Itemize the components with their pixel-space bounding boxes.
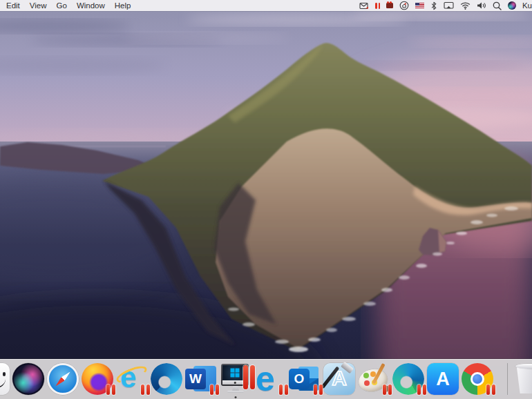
parallels-pause-badge	[383, 385, 392, 395]
spotlight-icon[interactable]	[490, 0, 505, 11]
trash-icon	[515, 363, 532, 393]
wallpaper-catalina-island	[0, 0, 532, 399]
wifi-icon[interactable]	[457, 0, 474, 11]
parallels-pause-icon[interactable]	[372, 0, 383, 11]
parallels-pause-badge	[106, 385, 115, 395]
menu-bar: Edit View Go Window Help	[0, 0, 532, 11]
dock-item-finder[interactable]	[0, 363, 10, 395]
dock-item-internet-explorer[interactable]: e	[116, 363, 148, 395]
menu-window[interactable]: Window	[72, 0, 110, 11]
dock-item-edge[interactable]	[151, 363, 182, 395]
parallels-pause-badge	[417, 385, 426, 395]
us-flag-input-icon[interactable]	[412, 0, 428, 11]
parallels-pause-badge	[314, 385, 323, 395]
volume-icon[interactable]	[474, 0, 490, 11]
screen-mirroring-icon[interactable]	[441, 0, 457, 11]
desktop: Edit View Go Window Help	[0, 0, 532, 399]
dock-item-firefox[interactable]	[82, 363, 113, 395]
mail-icon[interactable]	[356, 0, 372, 11]
dock-item-trash[interactable]	[508, 363, 532, 395]
parallels-pause-badge	[141, 385, 150, 395]
dock: e W e	[0, 359, 532, 399]
home-icon[interactable]	[397, 0, 412, 11]
dock-item-safari[interactable]	[47, 363, 79, 395]
menu-go[interactable]: Go	[52, 0, 72, 11]
app-store-icon: A	[427, 363, 459, 395]
parallels-pause-badge	[243, 365, 255, 389]
bluetooth-icon[interactable]	[428, 0, 441, 11]
siri-orb-icon	[12, 363, 44, 395]
menu-view[interactable]: View	[25, 0, 52, 11]
dock-item-edge-beta[interactable]	[392, 363, 424, 395]
dock-item-paint[interactable]	[358, 363, 390, 395]
running-indicator-dot	[235, 396, 237, 398]
dock-item-windows-vm[interactable]	[220, 363, 251, 395]
edge-icon	[151, 363, 182, 395]
menu-help[interactable]: Help	[110, 0, 136, 11]
menu-edit[interactable]: Edit	[1, 0, 25, 11]
dock-item-xcode[interactable]: A	[323, 363, 355, 395]
dock-item-edge-legacy[interactable]: e	[254, 363, 286, 395]
siri-icon[interactable]	[505, 0, 520, 11]
user-name[interactable]: Ku	[520, 1, 532, 10]
safari-compass-icon	[47, 363, 79, 395]
dock-item-siri[interactable]	[12, 363, 44, 395]
camera-icon[interactable]	[383, 0, 397, 11]
status-area: Ku	[356, 0, 532, 11]
parallels-pause-badge	[279, 385, 288, 395]
finder-icon	[0, 363, 10, 395]
dock-item-chrome[interactable]	[462, 363, 493, 395]
dock-item-outlook[interactable]: O	[289, 363, 321, 395]
parallels-pause-badge	[210, 385, 219, 395]
menu-items: Edit View Go Window Help	[0, 0, 135, 11]
dock-item-app-store[interactable]: A	[427, 363, 459, 395]
xcode-icon: A	[323, 363, 355, 395]
dock-item-word[interactable]: W	[185, 363, 217, 395]
parallels-pause-badge	[486, 385, 495, 395]
